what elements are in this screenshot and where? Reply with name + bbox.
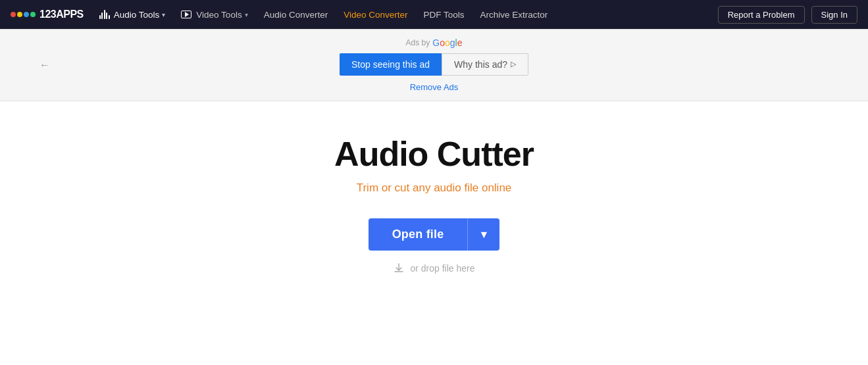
ads-by-google: Ads by Google xyxy=(406,37,463,48)
ad-banner: ← Ads by Google Stop seeing this ad Why … xyxy=(0,29,868,101)
audio-waveform-icon xyxy=(99,10,110,19)
nav-video-converter[interactable]: Video Converter xyxy=(337,0,414,29)
drop-file-icon xyxy=(393,262,405,274)
audio-tools-chevron: ▾ xyxy=(162,11,165,18)
navbar: 123APPS Audio Tools ▾ Video Tools ▾ Audi… xyxy=(0,0,868,29)
why-this-ad-label: Why this ad? xyxy=(454,59,507,70)
page-title: Audio Cutter xyxy=(334,134,534,174)
ad-back-arrow[interactable]: ← xyxy=(39,59,50,71)
ads-by-label: Ads by xyxy=(406,38,430,47)
why-ad-icon: ▷ xyxy=(511,60,516,68)
nav-archive-extractor[interactable]: Archive Extractor xyxy=(474,0,555,29)
logo-dot-blue xyxy=(24,12,29,17)
dropdown-chevron-icon: ▼ xyxy=(478,229,489,241)
logo-icon xyxy=(11,12,36,17)
remove-ads-link[interactable]: Remove Ads xyxy=(410,82,459,92)
video-play-icon xyxy=(185,12,189,17)
nav-pdf-tools[interactable]: PDF Tools xyxy=(417,0,471,29)
archive-extractor-label: Archive Extractor xyxy=(480,10,548,20)
report-problem-button[interactable]: Report a Problem xyxy=(718,6,805,24)
google-logo-text: Google xyxy=(432,37,462,48)
video-icon xyxy=(181,11,191,18)
ad-action-buttons: Stop seeing this ad Why this ad? ▷ xyxy=(340,53,528,76)
open-file-button[interactable]: Open file xyxy=(369,218,468,251)
sign-in-button[interactable]: Sign In xyxy=(811,6,857,24)
logo-dot-green xyxy=(30,12,36,17)
audio-tools-label: Audio Tools xyxy=(114,10,160,20)
logo[interactable]: 123APPS xyxy=(11,9,84,20)
download-icon xyxy=(393,262,405,274)
nav-audio-converter[interactable]: Audio Converter xyxy=(257,0,335,29)
open-file-container: Open file ▼ xyxy=(369,218,500,251)
open-file-dropdown-button[interactable]: ▼ xyxy=(467,218,499,251)
video-converter-label: Video Converter xyxy=(344,10,407,20)
stop-seeing-ad-button[interactable]: Stop seeing this ad xyxy=(340,53,442,76)
page-subtitle: Trim or cut any audio file online xyxy=(357,182,512,195)
nav-video-tools[interactable]: Video Tools ▾ xyxy=(174,0,254,29)
logo-dot-yellow xyxy=(17,12,22,17)
pdf-tools-label: PDF Tools xyxy=(424,10,465,20)
drop-area: or drop file here xyxy=(393,262,474,274)
nav-audio-tools[interactable]: Audio Tools ▾ xyxy=(93,0,172,29)
logo-text: 123APPS xyxy=(39,9,84,20)
video-tools-chevron: ▾ xyxy=(245,11,248,18)
audio-converter-label: Audio Converter xyxy=(264,10,328,20)
why-this-ad-button[interactable]: Why this ad? ▷ xyxy=(442,53,528,76)
logo-dot-red xyxy=(11,12,16,17)
main-content: Audio Cutter Trim or cut any audio file … xyxy=(0,101,868,301)
drop-label: or drop file here xyxy=(410,263,474,274)
video-tools-label: Video Tools xyxy=(196,10,242,20)
